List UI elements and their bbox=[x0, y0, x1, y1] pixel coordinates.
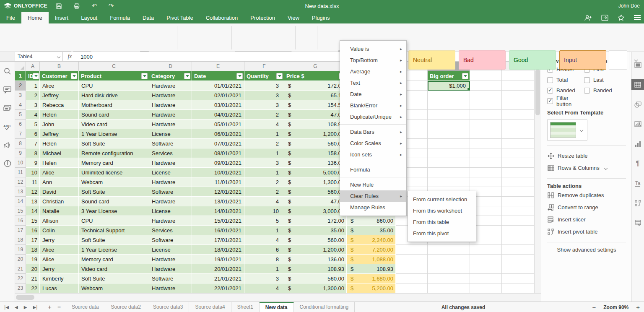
cell[interactable] bbox=[502, 110, 534, 120]
menu-item[interactable] bbox=[340, 160, 406, 164]
cell[interactable] bbox=[502, 120, 534, 129]
cell[interactable] bbox=[470, 283, 502, 293]
print-icon[interactable] bbox=[70, 1, 83, 10]
filter-dropdown-icon[interactable] bbox=[141, 73, 148, 79]
menu-tab[interactable]: Layout bbox=[75, 12, 104, 23]
header-cell-customer[interactable]: Customer bbox=[40, 71, 79, 81]
column-header[interactable]: D bbox=[149, 62, 192, 71]
pivot-settings-icon[interactable] bbox=[631, 198, 644, 208]
sheet-tab[interactable]: Sheet1 bbox=[231, 302, 260, 312]
row-header[interactable]: 6 bbox=[15, 120, 26, 129]
row-header[interactable]: 23 bbox=[15, 283, 26, 293]
cell-id[interactable]: 11 bbox=[26, 177, 40, 187]
cell-product[interactable]: 1 Year License bbox=[79, 129, 149, 139]
cell[interactable] bbox=[502, 197, 534, 206]
cell-category[interactable]: License bbox=[149, 168, 192, 177]
horizontal-scrollbar-thumb[interactable] bbox=[16, 295, 34, 300]
zoom-level[interactable]: Zoom 90% bbox=[603, 304, 628, 310]
menu-item[interactable]: Formula bbox=[340, 164, 406, 175]
checkbox[interactable] bbox=[547, 98, 553, 104]
cell-category[interactable]: Software bbox=[149, 235, 192, 245]
cell-id[interactable]: 9 bbox=[26, 158, 40, 168]
cell-quantity[interactable]: 2 bbox=[244, 187, 284, 197]
row-header[interactable]: 18 bbox=[15, 235, 26, 245]
cell-date[interactable]: 21/01/2021 bbox=[192, 274, 244, 283]
cell-quantity[interactable]: 1 bbox=[244, 148, 284, 158]
row-header[interactable]: 1 bbox=[15, 71, 26, 81]
cell-quantity[interactable]: 3 bbox=[244, 158, 284, 168]
cell-id[interactable]: 22 bbox=[26, 283, 40, 293]
sheet-tab[interactable]: Source data bbox=[66, 302, 105, 312]
cell-style-blank[interactable] bbox=[609, 50, 627, 70]
menu-item[interactable]: Color Scales ▸ bbox=[340, 138, 406, 149]
submenu-item[interactable]: From this worksheet bbox=[408, 205, 476, 216]
row-header[interactable]: 14 bbox=[15, 197, 26, 206]
cell-price[interactable]: $47.00 bbox=[284, 110, 347, 120]
row-header[interactable]: 17 bbox=[15, 226, 26, 235]
cell-category[interactable]: License bbox=[149, 245, 192, 255]
vertical-scrollbar-thumb[interactable] bbox=[535, 69, 540, 115]
cell-category[interactable]: Hardware bbox=[149, 110, 192, 120]
cell[interactable] bbox=[502, 177, 534, 187]
sheet-list-icon[interactable]: ≡ bbox=[57, 304, 61, 310]
cell[interactable] bbox=[502, 216, 534, 226]
cell[interactable] bbox=[502, 206, 534, 216]
cell[interactable] bbox=[470, 255, 502, 264]
menu-tab[interactable]: File bbox=[0, 12, 21, 23]
row-header[interactable]: 10 bbox=[15, 158, 26, 168]
cell-id[interactable]: 19 bbox=[26, 255, 40, 264]
menu-item[interactable]: Duplicate/Unique ▸ bbox=[340, 111, 406, 122]
cell-product[interactable]: CPU bbox=[79, 216, 149, 226]
checkbox[interactable] bbox=[584, 77, 590, 83]
cell-date[interactable]: 12/01/2021 bbox=[192, 187, 244, 197]
cell-category[interactable]: Hardware bbox=[149, 197, 192, 206]
cell[interactable] bbox=[470, 158, 502, 168]
cell-product[interactable]: Webcam bbox=[79, 283, 149, 293]
cell-quantity[interactable]: 5 bbox=[244, 216, 284, 226]
cell-price[interactable]: $136.00 bbox=[284, 158, 347, 168]
cell-price[interactable]: $1,300.00 bbox=[284, 177, 347, 187]
cell-customer[interactable]: Jeffrey bbox=[40, 91, 79, 100]
cell-customer[interactable]: Helen bbox=[40, 110, 79, 120]
cell-big-order[interactable] bbox=[428, 245, 470, 255]
cell-quantity[interactable]: 4 bbox=[244, 197, 284, 206]
cell-quantity[interactable]: 4 bbox=[244, 283, 284, 293]
cell-category[interactable]: Hardware bbox=[149, 177, 192, 187]
name-box[interactable]: Table4 bbox=[15, 52, 63, 61]
cell-quantity[interactable]: 4 bbox=[244, 235, 284, 245]
rows-columns-button[interactable]: Rows & Columns bbox=[547, 162, 626, 174]
cell-customer[interactable]: Rebecca bbox=[40, 100, 79, 110]
cell-customer[interactable]: Natalie bbox=[40, 206, 79, 216]
insert-pivot-table-button[interactable]: Insert pivot table bbox=[547, 226, 626, 238]
cell-id[interactable]: 5 bbox=[26, 120, 40, 129]
cell-id[interactable]: 14 bbox=[26, 206, 40, 216]
zoom-out-icon[interactable]: − bbox=[592, 304, 596, 311]
cell-date[interactable]: 22/01/2021 bbox=[192, 283, 244, 293]
sheet-tab[interactable]: Source data3 bbox=[147, 302, 189, 312]
cell-quantity[interactable]: 3 bbox=[244, 100, 284, 110]
cell-quantity[interactable]: 4 bbox=[244, 120, 284, 129]
shape-settings-icon[interactable] bbox=[631, 99, 644, 110]
menu-tab[interactable]: Collaboration bbox=[200, 12, 244, 23]
cell[interactable] bbox=[470, 177, 502, 187]
header-cell-id[interactable]: ID bbox=[26, 71, 40, 81]
row-header[interactable]: 12 bbox=[15, 177, 26, 187]
cell-date[interactable]: 10/01/2021 bbox=[192, 168, 244, 177]
cell-date[interactable]: 13/01/2021 bbox=[192, 197, 244, 206]
cell-date[interactable]: 04/01/2021 bbox=[192, 110, 244, 120]
chart-settings-icon[interactable] bbox=[631, 138, 644, 149]
cell-customer[interactable]: Christian bbox=[40, 197, 79, 206]
cell-product[interactable]: Video card bbox=[79, 264, 149, 274]
cell-total[interactable]: $860.00 bbox=[347, 216, 396, 226]
cell-date[interactable]: 03/01/2021 bbox=[192, 100, 244, 110]
cell[interactable] bbox=[502, 129, 534, 139]
open-file-location-icon[interactable] bbox=[601, 15, 608, 21]
cell-customer[interactable]: David bbox=[40, 187, 79, 197]
cell-category[interactable]: Hardware bbox=[149, 264, 192, 274]
cell[interactable] bbox=[502, 100, 534, 110]
cell-customer[interactable]: Colin bbox=[40, 226, 79, 235]
menu-item[interactable] bbox=[340, 122, 406, 126]
column-header[interactable]: E bbox=[192, 62, 244, 71]
cell-price[interactable]: $1,300.00 bbox=[284, 283, 347, 293]
cell-price[interactable]: $158.00 bbox=[284, 148, 347, 158]
